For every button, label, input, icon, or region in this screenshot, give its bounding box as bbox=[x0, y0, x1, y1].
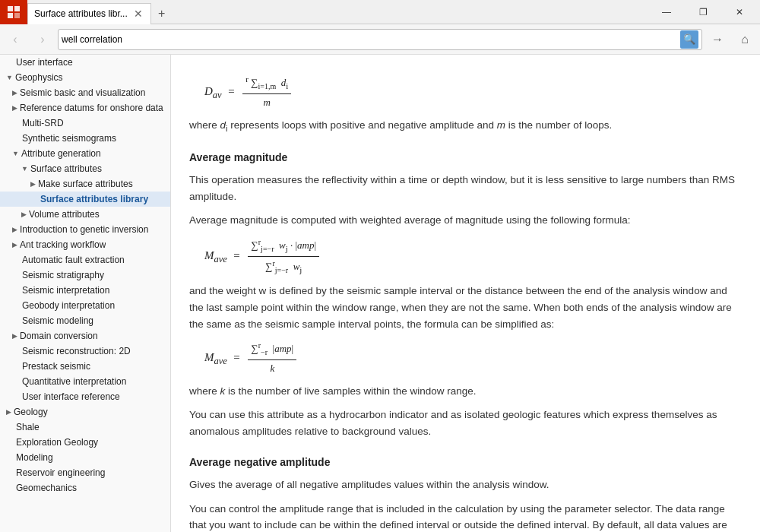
para-weight-def: and the weight w is defined by the seism… bbox=[189, 283, 742, 332]
sidebar-item-volume-attributes[interactable]: ▶Volume attributes bbox=[0, 207, 170, 222]
tab-title: Surface attributes libr... bbox=[34, 8, 128, 19]
sidebar-item-label: Quantitative interpretation bbox=[22, 376, 126, 387]
svg-rect-0 bbox=[8, 6, 13, 11]
home-icon: ⌂ bbox=[741, 33, 749, 46]
maximize-button[interactable]: ❐ bbox=[686, 0, 720, 24]
para-avg-mag-2: Average magnitude is computed with weigh… bbox=[189, 212, 742, 229]
sidebar-item-geobody-interpretation[interactable]: Geobody interpretation bbox=[0, 298, 170, 313]
sidebar-item-geophysics[interactable]: ▼Geophysics bbox=[0, 70, 170, 85]
sidebar-item-label: Volume attributes bbox=[29, 209, 100, 220]
formula-dav-label: Dav = bbox=[204, 82, 235, 103]
sidebar-item-reference-datums[interactable]: ▶Reference datums for onshore data bbox=[0, 100, 170, 116]
formula-mave2-denominator: k bbox=[267, 360, 277, 377]
forward-button[interactable]: › bbox=[30, 27, 55, 52]
minimize-button[interactable]: — bbox=[649, 0, 684, 24]
sidebar-item-exploration-geology[interactable]: Exploration Geology bbox=[0, 435, 170, 450]
sidebar-item-user-interface-reference[interactable]: User interface reference bbox=[0, 389, 170, 404]
sidebar: User interface▼Geophysics▶Seismic basic … bbox=[0, 55, 171, 532]
arrow-icon: ▼ bbox=[21, 165, 28, 173]
sidebar-item-attribute-generation[interactable]: ▼Attribute generation bbox=[0, 146, 170, 161]
sidebar-item-seismic-basic[interactable]: ▶Seismic basic and visualization bbox=[0, 85, 170, 100]
sidebar-item-intro-genetic-inversion[interactable]: ▶Introduction to genetic inversion bbox=[0, 222, 170, 237]
app-logo bbox=[0, 0, 27, 24]
toolbar: ‹ › 🔍 → ⌂ bbox=[0, 24, 760, 55]
sidebar-item-domain-conversion[interactable]: ▶Domain conversion bbox=[0, 328, 170, 344]
arrow-icon: ▶ bbox=[6, 408, 11, 416]
sidebar-item-label: User interface bbox=[16, 57, 73, 68]
sidebar-item-label: Seismic modeling bbox=[22, 315, 93, 326]
close-button[interactable]: ✕ bbox=[722, 0, 757, 24]
formula-dav-numerator: r ∑i=1,m di bbox=[242, 73, 291, 94]
sidebar-item-geology[interactable]: ▶Geology bbox=[0, 404, 170, 420]
sidebar-item-label: Geophysics bbox=[15, 72, 63, 83]
back-icon: ‹ bbox=[13, 33, 17, 46]
para-di: where di represents loops with positive … bbox=[189, 117, 742, 135]
sidebar-item-label: Prestack seismic bbox=[22, 361, 90, 372]
sidebar-item-surface-attributes-library[interactable]: Surface attributes library bbox=[0, 192, 170, 207]
sidebar-item-label: Seismic reconstruction: 2D bbox=[22, 346, 131, 356]
sidebar-item-label: Seismic stratigraphy bbox=[22, 270, 104, 280]
formula-dav: Dav = r ∑i=1,m di m bbox=[204, 73, 742, 111]
sidebar-item-label: Introduction to genetic inversion bbox=[20, 224, 148, 235]
active-tab[interactable]: Surface attributes libr... ✕ bbox=[27, 3, 151, 24]
formula-mave2: Mave = ∑r−r |amp| k bbox=[204, 340, 742, 377]
arrow-icon: ▶ bbox=[12, 241, 17, 249]
para-avg-mag-1: This operation measures the reflectivity… bbox=[189, 172, 742, 204]
arrow-icon: ▶ bbox=[12, 226, 17, 233]
sidebar-item-label: User interface reference bbox=[22, 391, 120, 402]
back-button[interactable]: ‹ bbox=[3, 27, 27, 52]
sidebar-item-geomechanics[interactable]: Geomechanics bbox=[0, 480, 170, 496]
forward-icon: › bbox=[40, 33, 44, 46]
para-hydrocarbon: You can use this attribute as a hydrocar… bbox=[189, 407, 742, 439]
formula-mave1-label: Mave = bbox=[204, 246, 240, 267]
para-k-def: where k is the number of live samples wi… bbox=[189, 383, 742, 400]
arrow-icon: ▶ bbox=[12, 89, 17, 97]
address-bar: 🔍 bbox=[58, 29, 702, 50]
sidebar-item-seismic-stratigraphy[interactable]: Seismic stratigraphy bbox=[0, 268, 170, 283]
sidebar-item-label: Multi-SRD bbox=[22, 118, 64, 128]
heading-average-magnitude: Average magnitude bbox=[189, 149, 742, 166]
para-avg-negative-2: You can control the amplitude range that… bbox=[189, 501, 742, 532]
search-button[interactable]: 🔍 bbox=[680, 30, 698, 49]
sidebar-item-synthetic-seismograms[interactable]: Synthetic seismograms bbox=[0, 131, 170, 146]
main-layout: User interface▼Geophysics▶Seismic basic … bbox=[0, 55, 760, 532]
sidebar-item-multi-srd[interactable]: Multi-SRD bbox=[0, 116, 170, 131]
sidebar-item-modeling[interactable]: Modeling bbox=[0, 450, 170, 465]
sidebar-item-ant-tracking[interactable]: ▶Ant tracking workflow bbox=[0, 237, 170, 252]
sidebar-item-user-interface[interactable]: User interface bbox=[0, 55, 170, 70]
sidebar-item-seismic-modeling[interactable]: Seismic modeling bbox=[0, 313, 170, 328]
new-tab-button[interactable]: + bbox=[151, 3, 173, 24]
address-input[interactable] bbox=[62, 34, 677, 45]
sidebar-item-label: Attribute generation bbox=[21, 148, 101, 159]
sidebar-item-label: Seismic interpretation bbox=[22, 285, 109, 296]
formula-mave2-numerator: ∑r−r |amp| bbox=[248, 340, 296, 360]
formula-dav-frac: r ∑i=1,m di m bbox=[242, 73, 291, 111]
formula-mave2-frac: ∑r−r |amp| k bbox=[248, 340, 296, 377]
home-button[interactable]: ⌂ bbox=[733, 27, 757, 52]
sidebar-item-make-surface-attributes[interactable]: ▶Make surface attributes bbox=[0, 176, 170, 192]
formula-mave1-numerator: ∑rj=−r wj · |amp| bbox=[248, 236, 319, 257]
sidebar-item-seismic-reconstruction[interactable]: Seismic reconstruction: 2D bbox=[0, 344, 170, 359]
nav-arrow-button[interactable]: → bbox=[705, 27, 730, 52]
sidebar-item-label: Automatic fault extraction bbox=[22, 255, 125, 265]
sidebar-item-label: Reference datums for onshore data bbox=[20, 103, 163, 113]
sidebar-item-automatic-fault[interactable]: Automatic fault extraction bbox=[0, 252, 170, 268]
arrow-icon: ▼ bbox=[12, 150, 19, 157]
formula-mave1-denominator: ∑rj=−r wj bbox=[262, 257, 305, 277]
sidebar-item-label: Surface attributes bbox=[30, 163, 102, 174]
sidebar-item-label: Surface attributes library bbox=[40, 194, 148, 204]
sidebar-item-quantitative-interpretation[interactable]: Quantitative interpretation bbox=[0, 374, 170, 389]
formula-mave1: Mave = ∑rj=−r wj · |amp| ∑rj=−r wj bbox=[204, 236, 742, 277]
sidebar-item-reservoir-engineering[interactable]: Reservoir engineering bbox=[0, 465, 170, 480]
formula-dav-denominator: m bbox=[261, 94, 274, 111]
sidebar-item-label: Domain conversion bbox=[20, 331, 98, 341]
sidebar-item-surface-attributes[interactable]: ▼Surface attributes bbox=[0, 161, 170, 176]
sidebar-item-seismic-interpretation[interactable]: Seismic interpretation bbox=[0, 283, 170, 298]
sidebar-item-prestack-seismic[interactable]: Prestack seismic bbox=[0, 359, 170, 374]
sidebar-item-label: Synthetic seismograms bbox=[22, 133, 116, 144]
sidebar-item-label: Make surface attributes bbox=[38, 179, 133, 189]
svg-rect-2 bbox=[8, 13, 13, 18]
sidebar-item-shale[interactable]: Shale bbox=[0, 420, 170, 435]
sidebar-item-label: Geobody interpretation bbox=[22, 300, 115, 311]
tab-close-button[interactable]: ✕ bbox=[132, 8, 144, 20]
